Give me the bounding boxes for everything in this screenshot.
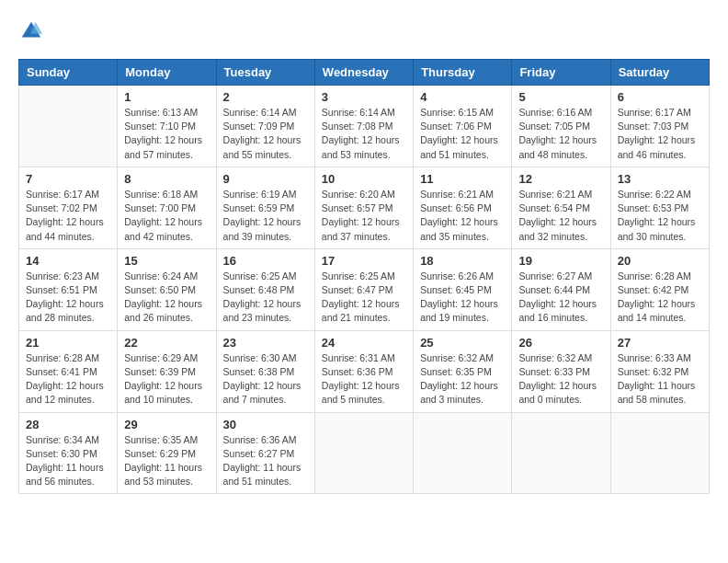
calendar-cell: 10Sunrise: 6:20 AMSunset: 6:57 PMDayligh… xyxy=(314,167,413,248)
calendar-cell: 23Sunrise: 6:30 AMSunset: 6:38 PMDayligh… xyxy=(216,330,314,412)
day-info: Sunrise: 6:13 AMSunset: 7:10 PMDaylight:… xyxy=(124,106,209,162)
day-info: Sunrise: 6:28 AMSunset: 6:42 PMDaylight:… xyxy=(618,270,702,326)
calendar-cell xyxy=(512,412,610,494)
day-info: Sunrise: 6:19 AMSunset: 6:59 PMDaylight:… xyxy=(223,188,308,244)
day-info: Sunrise: 6:20 AMSunset: 6:57 PMDaylight:… xyxy=(322,188,406,244)
calendar-cell: 29Sunrise: 6:35 AMSunset: 6:29 PMDayligh… xyxy=(118,412,216,494)
weekday-header-friday: Friday xyxy=(512,60,610,86)
weekday-header-thursday: Thursday xyxy=(414,60,512,86)
week-row-3: 14Sunrise: 6:23 AMSunset: 6:51 PMDayligh… xyxy=(19,248,710,330)
weekday-header-row: SundayMondayTuesdayWednesdayThursdayFrid… xyxy=(19,60,710,86)
day-number: 5 xyxy=(518,90,603,104)
day-info: Sunrise: 6:24 AMSunset: 6:50 PMDaylight:… xyxy=(124,270,209,326)
day-number: 4 xyxy=(420,90,505,104)
weekday-header-sunday: Sunday xyxy=(19,60,118,86)
day-info: Sunrise: 6:23 AMSunset: 6:51 PMDaylight:… xyxy=(26,270,110,326)
day-number: 26 xyxy=(518,336,603,350)
day-number: 1 xyxy=(124,90,209,104)
calendar-cell: 18Sunrise: 6:26 AMSunset: 6:45 PMDayligh… xyxy=(414,248,512,330)
day-info: Sunrise: 6:29 AMSunset: 6:39 PMDaylight:… xyxy=(124,351,209,408)
weekday-header-tuesday: Tuesday xyxy=(216,60,314,86)
day-info: Sunrise: 6:27 AMSunset: 6:44 PMDaylight:… xyxy=(518,270,603,326)
day-number: 11 xyxy=(420,172,505,186)
calendar-cell: 6Sunrise: 6:17 AMSunset: 7:03 PMDaylight… xyxy=(610,86,709,167)
calendar-cell: 11Sunrise: 6:21 AMSunset: 6:56 PMDayligh… xyxy=(414,167,512,248)
day-number: 21 xyxy=(26,336,110,350)
calendar-cell: 2Sunrise: 6:14 AMSunset: 7:09 PMDaylight… xyxy=(216,86,314,167)
calendar-cell: 15Sunrise: 6:24 AMSunset: 6:50 PMDayligh… xyxy=(118,248,216,330)
calendar-cell: 28Sunrise: 6:34 AMSunset: 6:30 PMDayligh… xyxy=(19,412,118,494)
week-row-1: 1Sunrise: 6:13 AMSunset: 7:10 PMDaylight… xyxy=(19,86,710,167)
day-number: 28 xyxy=(26,418,110,431)
calendar-cell: 20Sunrise: 6:28 AMSunset: 6:42 PMDayligh… xyxy=(610,248,709,330)
day-number: 23 xyxy=(223,336,308,350)
calendar-cell: 27Sunrise: 6:33 AMSunset: 6:32 PMDayligh… xyxy=(610,330,709,412)
logo xyxy=(18,18,50,44)
day-number: 16 xyxy=(223,254,308,268)
calendar-cell: 21Sunrise: 6:28 AMSunset: 6:41 PMDayligh… xyxy=(19,330,118,412)
calendar-cell: 9Sunrise: 6:19 AMSunset: 6:59 PMDaylight… xyxy=(216,167,314,248)
day-info: Sunrise: 6:25 AMSunset: 6:48 PMDaylight:… xyxy=(223,270,308,326)
day-number: 17 xyxy=(322,254,406,268)
calendar-cell: 12Sunrise: 6:21 AMSunset: 6:54 PMDayligh… xyxy=(512,167,610,248)
day-number: 14 xyxy=(26,254,110,268)
calendar-cell xyxy=(314,412,413,494)
day-number: 29 xyxy=(124,418,209,431)
week-row-2: 7Sunrise: 6:17 AMSunset: 7:02 PMDaylight… xyxy=(19,167,710,248)
day-number: 2 xyxy=(223,90,308,104)
day-info: Sunrise: 6:32 AMSunset: 6:33 PMDaylight:… xyxy=(518,351,603,408)
weekday-header-wednesday: Wednesday xyxy=(314,60,413,86)
day-number: 9 xyxy=(223,172,308,186)
day-number: 6 xyxy=(618,90,702,104)
day-info: Sunrise: 6:17 AMSunset: 7:03 PMDaylight:… xyxy=(618,106,702,162)
day-info: Sunrise: 6:14 AMSunset: 7:09 PMDaylight:… xyxy=(223,106,308,162)
day-number: 24 xyxy=(322,336,406,350)
calendar-cell: 24Sunrise: 6:31 AMSunset: 6:36 PMDayligh… xyxy=(314,330,413,412)
day-info: Sunrise: 6:28 AMSunset: 6:41 PMDaylight:… xyxy=(26,351,110,408)
day-info: Sunrise: 6:31 AMSunset: 6:36 PMDaylight:… xyxy=(322,351,406,408)
day-number: 22 xyxy=(124,336,209,350)
calendar-cell: 4Sunrise: 6:15 AMSunset: 7:06 PMDaylight… xyxy=(414,86,512,167)
calendar-cell: 17Sunrise: 6:25 AMSunset: 6:47 PMDayligh… xyxy=(314,248,413,330)
calendar-cell: 8Sunrise: 6:18 AMSunset: 7:00 PMDaylight… xyxy=(118,167,216,248)
week-row-5: 28Sunrise: 6:34 AMSunset: 6:30 PMDayligh… xyxy=(19,412,710,494)
page-header xyxy=(18,18,710,44)
day-number: 8 xyxy=(124,172,209,186)
day-number: 10 xyxy=(322,172,406,186)
day-info: Sunrise: 6:17 AMSunset: 7:02 PMDaylight:… xyxy=(26,188,110,244)
week-row-4: 21Sunrise: 6:28 AMSunset: 6:41 PMDayligh… xyxy=(19,330,710,412)
calendar-cell: 1Sunrise: 6:13 AMSunset: 7:10 PMDaylight… xyxy=(118,86,216,167)
day-info: Sunrise: 6:30 AMSunset: 6:38 PMDaylight:… xyxy=(223,351,308,408)
day-info: Sunrise: 6:15 AMSunset: 7:06 PMDaylight:… xyxy=(420,106,505,162)
day-info: Sunrise: 6:25 AMSunset: 6:47 PMDaylight:… xyxy=(322,270,406,326)
day-number: 3 xyxy=(322,90,406,104)
calendar-cell: 14Sunrise: 6:23 AMSunset: 6:51 PMDayligh… xyxy=(19,248,118,330)
day-number: 25 xyxy=(420,336,505,350)
day-info: Sunrise: 6:32 AMSunset: 6:35 PMDaylight:… xyxy=(420,351,505,408)
calendar-cell: 7Sunrise: 6:17 AMSunset: 7:02 PMDaylight… xyxy=(19,167,118,248)
day-number: 27 xyxy=(618,336,702,350)
day-number: 18 xyxy=(420,254,505,268)
day-info: Sunrise: 6:14 AMSunset: 7:08 PMDaylight:… xyxy=(322,106,406,162)
day-number: 12 xyxy=(518,172,603,186)
calendar-cell: 30Sunrise: 6:36 AMSunset: 6:27 PMDayligh… xyxy=(216,412,314,494)
calendar-cell xyxy=(414,412,512,494)
day-info: Sunrise: 6:35 AMSunset: 6:29 PMDaylight:… xyxy=(124,433,209,489)
day-number: 13 xyxy=(618,172,702,186)
calendar-cell xyxy=(610,412,709,494)
calendar-cell: 3Sunrise: 6:14 AMSunset: 7:08 PMDaylight… xyxy=(314,86,413,167)
day-info: Sunrise: 6:18 AMSunset: 7:00 PMDaylight:… xyxy=(124,188,209,244)
calendar-cell: 26Sunrise: 6:32 AMSunset: 6:33 PMDayligh… xyxy=(512,330,610,412)
calendar-cell: 13Sunrise: 6:22 AMSunset: 6:53 PMDayligh… xyxy=(610,167,709,248)
day-info: Sunrise: 6:26 AMSunset: 6:45 PMDaylight:… xyxy=(420,270,505,326)
day-info: Sunrise: 6:16 AMSunset: 7:05 PMDaylight:… xyxy=(518,106,603,162)
calendar-cell: 22Sunrise: 6:29 AMSunset: 6:39 PMDayligh… xyxy=(118,330,216,412)
day-number: 30 xyxy=(223,418,308,431)
day-info: Sunrise: 6:21 AMSunset: 6:56 PMDaylight:… xyxy=(420,188,505,244)
day-info: Sunrise: 6:36 AMSunset: 6:27 PMDaylight:… xyxy=(223,433,308,489)
logo-icon xyxy=(18,18,44,44)
day-number: 19 xyxy=(518,254,603,268)
day-info: Sunrise: 6:22 AMSunset: 6:53 PMDaylight:… xyxy=(618,188,702,244)
day-info: Sunrise: 6:21 AMSunset: 6:54 PMDaylight:… xyxy=(518,188,603,244)
day-number: 20 xyxy=(618,254,702,268)
